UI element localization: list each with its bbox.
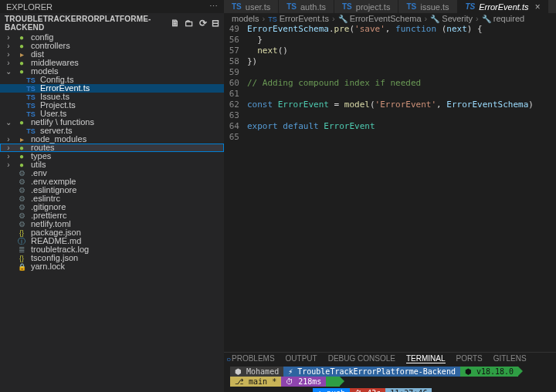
panel-tab[interactable]: DEBUG CONSOLE — [328, 354, 395, 363]
breadcrumbs[interactable]: models›TS ErrorEvent.ts›🔧 ErrorEventSche… — [224, 13, 556, 24]
prompt-branch: ⎇ main * — [230, 377, 281, 387]
ts-icon: TS — [342, 2, 352, 11]
project-header[interactable]: TROUBLETRACKERRORPLATFORME-BACKEND 🗎 🗀 ⟳… — [0, 13, 224, 33]
breadcrumb-item[interactable]: models — [232, 14, 259, 23]
editor-tab[interactable]: TSauth.ts — [279, 0, 334, 13]
explorer-actions: 🗎 🗀 ⟳ ⊟ — [171, 18, 219, 29]
collapse-icon[interactable]: ⊟ — [212, 18, 219, 29]
prompt-clock: 11:27:46 — [385, 388, 432, 392]
ts-icon: TS — [232, 2, 242, 11]
file-icon — [16, 144, 27, 152]
tree-folder[interactable]: ⌄models — [0, 67, 224, 76]
file-icon — [16, 245, 27, 254]
breadcrumb-item[interactable]: 🔧 ErrorEventSchema — [338, 14, 422, 23]
tab-label: user.ts — [246, 2, 270, 12]
chevron-icon: › — [5, 50, 12, 59]
tab-label: project.ts — [356, 2, 391, 12]
file-icon — [16, 203, 27, 211]
panel-tabs: PROBLEMSOUTPUTDEBUG CONSOLETERMINALPORTS… — [224, 353, 556, 365]
chevron-icon: ⌄ — [5, 67, 12, 76]
file-icon — [16, 161, 27, 169]
explorer-panel: TROUBLETRACKERRORPLATFORME-BACKEND 🗎 🗀 ⟳… — [0, 13, 224, 392]
file-icon — [16, 59, 27, 67]
explorer-header: EXPLORER ⋯ — [0, 0, 224, 13]
refresh-icon[interactable]: ⟳ — [199, 18, 207, 29]
code-lines[interactable]: ErrorEventSchema.pre('save', function (n… — [247, 24, 556, 352]
new-folder-icon[interactable]: 🗀 — [185, 18, 194, 29]
tree-file[interactable]: yarn.lock — [0, 262, 224, 271]
chevron-icon: › — [5, 59, 12, 67]
file-icon — [16, 135, 27, 144]
editor-tab[interactable]: TSproject.ts — [334, 0, 398, 13]
editor-tab[interactable]: TSUser.ts (Working Tree) — [548, 0, 556, 13]
terminal-status-icon: ○ — [226, 355, 231, 363]
prompt-node: ⬢ v18.18.0 — [460, 367, 518, 377]
panel-tab[interactable]: OUTPUT — [286, 354, 317, 363]
terminal-prompt-2[interactable]: ⬆ push ⏱ 43s 11:27:46 — [224, 388, 556, 392]
chevron-icon: ⌄ — [5, 118, 12, 127]
editor-tab[interactable]: TSissue.ts — [398, 0, 457, 13]
tree-file[interactable]: Issue.ts — [0, 93, 224, 101]
tree-folder[interactable]: ⌄netlify \ functions — [0, 118, 224, 127]
prompt-tail — [326, 377, 340, 387]
chevron-icon: › — [5, 33, 12, 42]
tab-label: auth.ts — [300, 2, 326, 12]
editor-tab[interactable]: TSuser.ts — [224, 0, 279, 13]
file-icon — [16, 152, 27, 161]
bottom-panel: PROBLEMSOUTPUTDEBUG CONSOLETERMINALPORTS… — [224, 352, 556, 392]
file-icon — [16, 118, 27, 127]
chevron-icon: › — [5, 135, 12, 144]
editor-tab[interactable]: TSErrorEvent.ts× — [458, 0, 549, 13]
line-gutter: 4956575859606162636465 — [224, 24, 247, 352]
ts-icon: TS — [466, 2, 476, 11]
project-name: TROUBLETRACKERRORPLATFORME-BACKEND — [5, 15, 171, 32]
file-tree: ›config›controllers›dist›middlewares⌄mod… — [0, 33, 224, 392]
chevron-icon: › — [5, 42, 12, 50]
file-icon — [16, 194, 27, 203]
tree-file[interactable]: Project.ts — [0, 101, 224, 110]
chevron-icon: › — [5, 152, 12, 161]
more-icon[interactable]: ⋯ — [209, 2, 218, 12]
explorer-title: EXPLORER — [6, 2, 53, 12]
file-icon — [16, 50, 27, 59]
prompt-user: ⬢ Mohamed — [230, 367, 283, 377]
ts-icon: TS — [406, 2, 416, 11]
file-icon — [16, 177, 27, 186]
prompt-path: ⚡ TroubleTrackErrorPlatforme-Backend — [283, 367, 460, 377]
file-icon — [16, 220, 27, 228]
tree-label: yarn.lock — [31, 262, 65, 271]
terminal-prompt[interactable]: ⬢ Mohamed ⚡ TroubleTrackErrorPlatforme-B… — [224, 365, 556, 388]
file-icon — [16, 228, 27, 238]
file-icon — [16, 186, 27, 194]
panel-tab[interactable]: GITLENS — [493, 354, 527, 363]
prompt-push: ⬆ push — [313, 388, 350, 392]
file-icon — [16, 237, 27, 245]
chevron-icon: › — [5, 161, 12, 169]
tree-file[interactable]: Config.ts — [0, 76, 224, 84]
breadcrumb-item[interactable]: 🔧 Severity — [430, 14, 473, 23]
panel-tab[interactable]: TERMINAL — [406, 354, 446, 363]
editor-tabs: TSuser.tsTSauth.tsTSproject.tsTSissue.ts… — [224, 0, 556, 13]
prompt-dur2: ⏱ 43s — [350, 388, 385, 392]
prompt-duration: ⏱ 218ms — [281, 377, 326, 387]
ts-icon: TS — [286, 2, 297, 11]
file-icon — [16, 67, 27, 76]
tab-label: issue.ts — [420, 2, 449, 12]
code-editor[interactable]: 4956575859606162636465 ErrorEventSchema.… — [224, 24, 556, 352]
file-icon — [16, 262, 27, 272]
tab-label: ErrorEvent.ts — [479, 2, 528, 12]
panel-tab[interactable]: PORTS — [456, 354, 483, 363]
breadcrumb-item[interactable]: 🔧 required — [482, 14, 524, 23]
close-icon[interactable]: × — [534, 2, 540, 12]
breadcrumb-item[interactable]: TS ErrorEvent.ts — [268, 14, 329, 23]
new-file-icon[interactable]: 🗎 — [171, 18, 180, 29]
file-icon — [16, 211, 27, 220]
tree-file[interactable]: ErrorEvent.ts — [0, 84, 224, 93]
file-icon — [16, 33, 27, 42]
chevron-icon: › — [5, 144, 12, 152]
panel-tab[interactable]: PROBLEMS — [232, 354, 275, 363]
editor-area: models›TS ErrorEvent.ts›🔧 ErrorEventSche… — [224, 13, 556, 392]
file-icon — [16, 42, 27, 50]
file-icon — [16, 169, 27, 177]
